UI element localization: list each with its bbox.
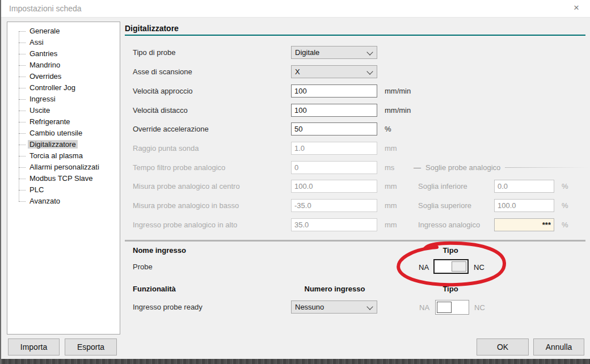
annulla-button[interactable]: Annulla xyxy=(533,338,584,355)
asse-di-scansione-select[interactable]: X xyxy=(291,65,377,78)
probe-tipo-toggle[interactable] xyxy=(433,259,469,274)
sidebar-item-refrigerante[interactable]: Refrigerante xyxy=(7,116,120,128)
chevron-down-icon xyxy=(366,68,373,74)
settings-tree: Generale Assi Gantries Mandrino Override… xyxy=(7,22,120,335)
sidebar-item-assi[interactable]: Assi xyxy=(7,37,120,48)
sidebar-item-digitalizzatore[interactable]: Digitalizzatore xyxy=(7,139,120,150)
probe-na-label: NA xyxy=(419,263,429,272)
esporta-button[interactable]: Esporta xyxy=(65,338,117,355)
ingresso-alto-label: Ingresso probe analogico in alto xyxy=(133,221,237,229)
sidebar-item-uscite[interactable]: Uscite xyxy=(7,105,120,116)
func-tipo-toggle xyxy=(435,300,469,315)
ingresso-alto-input xyxy=(291,218,377,231)
sidebar-item-cambio-utensile[interactable]: Cambio utensile xyxy=(7,128,120,139)
dash-icon: — xyxy=(414,163,421,172)
section-divider xyxy=(125,240,585,242)
close-icon[interactable]: × xyxy=(570,2,583,14)
toggle-knob xyxy=(437,302,452,313)
raggio-punta-sonda-unit: mm xyxy=(385,144,397,153)
chevron-down-icon xyxy=(366,303,373,310)
func-na-label: NA xyxy=(419,303,429,312)
sidebar-item-mandrino[interactable]: Mandrino xyxy=(7,60,120,71)
misura-centro-label: Misura probe analogico al centro xyxy=(133,182,240,191)
sidebar-item-ingressi[interactable]: Ingressi xyxy=(7,94,120,105)
soglia-superiore-label: Soglia superiore xyxy=(418,201,471,210)
ingresso-analogico-value xyxy=(494,218,554,231)
soglie-group-title: Soglie probe analogico xyxy=(425,163,500,172)
sidebar-item-allarmi-personalizzati[interactable]: Allarmi personalizzati xyxy=(7,162,120,173)
ingresso-probe-ready-label: Ingresso probe ready xyxy=(133,303,203,311)
velocita-approccio-unit: mm/min xyxy=(385,87,411,95)
tipo-di-probe-label: Tipo di probe xyxy=(133,48,175,57)
ingresso-probe-ready-select[interactable]: Nessuno xyxy=(291,300,377,314)
tempo-filtro-input xyxy=(291,161,377,174)
sidebar-item-modbus-tcp-slave[interactable]: Modbus TCP Slave xyxy=(7,173,120,184)
tipo-header-1: Tipo xyxy=(438,246,463,255)
sidebar-item-gantries[interactable]: Gantries xyxy=(7,48,120,60)
func-nc-label: NC xyxy=(474,303,485,312)
soglia-superiore-input xyxy=(494,199,554,212)
misura-basso-input xyxy=(291,199,377,212)
sidebar-item-avanzato[interactable]: Avanzato xyxy=(7,196,120,207)
asse-di-scansione-label: Asse di scansione xyxy=(133,67,192,76)
velocita-distacco-unit: mm/min xyxy=(385,106,411,115)
sidebar-item-controller-jog[interactable]: Controller Jog xyxy=(7,82,120,94)
raggio-punta-sonda-input xyxy=(291,142,377,155)
sidebar-item-overrides[interactable]: Overrides xyxy=(7,71,120,82)
importa-button[interactable]: Importa xyxy=(8,338,60,355)
group-rule xyxy=(505,167,588,168)
toggle-knob[interactable] xyxy=(452,261,466,272)
ingresso-analogico-label: Ingresso analogico xyxy=(418,221,480,229)
override-accelerazione-input[interactable] xyxy=(291,122,377,136)
funzionalita-header: Funzionalità xyxy=(133,285,176,293)
ingresso-alto-unit: mm xyxy=(385,221,397,229)
sidebar-item-generale[interactable]: Generale xyxy=(7,26,120,37)
nome-ingresso-header: Nome ingresso xyxy=(133,246,186,255)
tree-list: Generale Assi Gantries Mandrino Override… xyxy=(7,22,120,207)
sidebar-item-torcia-al-plasma[interactable]: Torcia al plasma xyxy=(7,150,120,162)
dialog-title: Impostazioni scheda xyxy=(9,4,82,13)
tempo-filtro-label: Tempo filtro probe analogico xyxy=(133,163,225,172)
override-accelerazione-label: Override accelerazione xyxy=(133,125,209,133)
probe-row-label: Probe xyxy=(133,263,153,271)
velocita-distacco-label: Velocità distacco xyxy=(133,106,188,115)
velocita-distacco-input[interactable] xyxy=(291,104,377,117)
tipo-di-probe-select[interactable]: Digitale xyxy=(291,46,377,59)
dialog-impostazioni-scheda: Impostazioni scheda × Generale Assi Gant… xyxy=(0,0,590,364)
page-title: Digitalizzatore xyxy=(125,24,179,33)
tempo-filtro-unit: ms xyxy=(385,163,394,172)
soglie-group-header: — Soglie probe analogico xyxy=(414,163,588,172)
probe-nc-label: NC xyxy=(474,263,484,272)
soglia-inferiore-label: Soglia inferiore xyxy=(418,182,467,191)
soglia-superiore-unit: % xyxy=(562,201,568,210)
soglia-inferiore-unit: % xyxy=(562,182,568,191)
ok-button[interactable]: OK xyxy=(477,338,529,355)
sidebar-item-plc[interactable]: PLC xyxy=(7,184,120,196)
background-window-edge xyxy=(1,359,590,364)
misura-basso-unit: mm xyxy=(385,201,397,210)
misura-centro-input xyxy=(291,180,377,193)
misura-basso-label: Misura probe analogico in basso xyxy=(133,201,239,210)
numero-ingresso-header: Numero ingresso xyxy=(289,285,380,293)
accent-rule xyxy=(125,35,585,36)
chevron-down-icon xyxy=(366,49,373,55)
ingresso-analogico-unit: % xyxy=(562,221,568,229)
tipo-header-2: Tipo xyxy=(438,285,463,293)
velocita-approccio-label: Velocità approccio xyxy=(133,87,193,95)
soglia-inferiore-input xyxy=(494,180,554,193)
title-bar: Impostazioni scheda × xyxy=(1,0,590,18)
misura-centro-unit: mm xyxy=(385,182,397,191)
override-accelerazione-unit: % xyxy=(385,125,391,133)
raggio-punta-sonda-label: Raggio punta sonda xyxy=(133,144,199,153)
velocita-approccio-input[interactable] xyxy=(291,84,377,98)
